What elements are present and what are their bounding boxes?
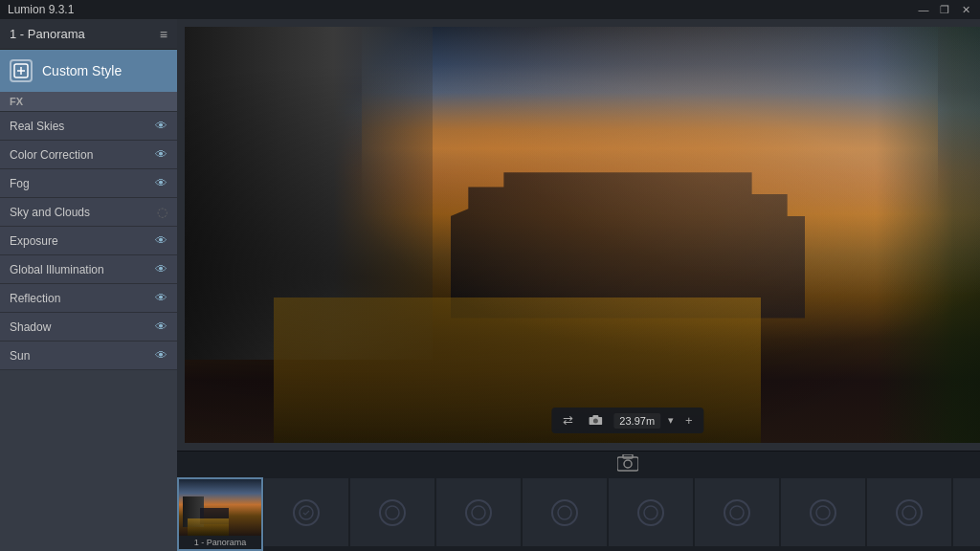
thumbnail-row: 1 - Panorama bbox=[177, 477, 980, 551]
empty-thumb-icon bbox=[810, 499, 836, 526]
thumbnail-label-empty bbox=[350, 546, 434, 550]
empty-thumb-icon bbox=[896, 499, 923, 526]
eye-icon[interactable]: 👁 bbox=[155, 262, 167, 276]
thumbnail-preview-empty bbox=[436, 478, 521, 546]
fx-item-name: Sun bbox=[10, 349, 30, 363]
panel-menu-icon[interactable]: ≡ bbox=[160, 27, 167, 42]
thumbnail-empty-10[interactable] bbox=[952, 477, 980, 551]
custom-style-label: Custom Style bbox=[42, 63, 122, 78]
titlebar: Lumion 9.3.1 — ❐ ✕ bbox=[0, 0, 980, 19]
fx-item-fog[interactable]: Fog 👁 bbox=[0, 169, 177, 198]
svg-point-10 bbox=[300, 506, 313, 519]
empty-thumb-icon bbox=[465, 499, 492, 526]
fx-item-name: Shadow bbox=[10, 320, 51, 334]
thumbnail-empty-9[interactable] bbox=[866, 477, 952, 551]
thumbnail-label-empty bbox=[695, 546, 779, 550]
eye-icon[interactable]: 👁 bbox=[155, 291, 167, 305]
thumbnail-preview bbox=[179, 479, 261, 536]
panel-header: 1 - Panorama ≡ bbox=[0, 19, 177, 50]
fx-item-real-skies[interactable]: Real Skies 👁 bbox=[0, 112, 177, 141]
fx-item-name: Fog bbox=[10, 177, 30, 190]
bottom-strip: U bbox=[177, 451, 980, 551]
thumbnail-empty-6[interactable] bbox=[608, 477, 694, 551]
fx-list: Real Skies 👁 Color Correction 👁 Fog 👁 Sk… bbox=[0, 112, 177, 370]
thumbnail-label-empty bbox=[867, 546, 951, 550]
empty-thumb-icon bbox=[293, 499, 320, 526]
center-area: ⇄ 23.97m ▾ + U bbox=[177, 19, 980, 551]
eye-icon[interactable]: 👁 bbox=[155, 119, 167, 133]
fx-label: FX bbox=[0, 92, 177, 112]
fx-item-shadow[interactable]: Shadow 👁 bbox=[0, 313, 177, 342]
thumbnail-empty-5[interactable] bbox=[522, 477, 608, 551]
thumbnail-empty-4[interactable] bbox=[435, 477, 522, 551]
thumbnail-label-empty bbox=[523, 546, 607, 550]
custom-style-header[interactable]: Custom Style bbox=[0, 50, 177, 92]
thumbnail-preview-empty bbox=[264, 478, 348, 546]
fx-item-exposure[interactable]: Exposure 👁 bbox=[0, 227, 177, 255]
empty-thumb-icon bbox=[379, 499, 406, 526]
eye-off-icon[interactable]: ◌ bbox=[157, 205, 167, 219]
eye-icon[interactable]: 👁 bbox=[155, 348, 167, 363]
thumbnail-preview-empty bbox=[609, 478, 693, 546]
thumbnail-preview-empty bbox=[953, 478, 980, 546]
scene-overlay bbox=[185, 27, 980, 443]
minimize-button[interactable]: — bbox=[917, 4, 930, 16]
maximize-button[interactable]: ❐ bbox=[938, 4, 951, 16]
main-layout: 1 - Panorama ≡ Custom Style FX Real Skie… bbox=[0, 19, 980, 551]
distance-display: 23.97m bbox=[613, 413, 660, 429]
svg-point-13 bbox=[558, 506, 571, 519]
fx-item-reflection[interactable]: Reflection 👁 bbox=[0, 284, 177, 313]
svg-point-17 bbox=[902, 506, 916, 519]
custom-style-icon bbox=[10, 59, 33, 82]
thumbnail-label-empty bbox=[953, 546, 980, 550]
fx-item-name: Sky and Clouds bbox=[10, 206, 90, 219]
titlebar-controls: — ❐ ✕ bbox=[917, 4, 972, 16]
thumbnail-empty-2[interactable] bbox=[263, 477, 349, 551]
thumbnail-preview-empty bbox=[350, 478, 434, 546]
thumbnail-preview-empty bbox=[523, 478, 607, 546]
eye-icon[interactable]: 👁 bbox=[155, 320, 167, 334]
eye-icon[interactable]: 👁 bbox=[155, 233, 167, 248]
fx-item-sun[interactable]: Sun 👁 bbox=[0, 342, 177, 370]
empty-thumb-icon bbox=[724, 499, 750, 526]
thumbnail-active[interactable]: 1 - Panorama bbox=[177, 477, 263, 551]
thumbnail-label-empty bbox=[609, 546, 693, 550]
camera-row bbox=[177, 451, 980, 477]
svg-point-15 bbox=[730, 506, 744, 519]
left-panel: 1 - Panorama ≡ Custom Style FX Real Skie… bbox=[0, 19, 177, 551]
eye-icon[interactable]: 👁 bbox=[155, 176, 167, 190]
viewport-image bbox=[185, 27, 980, 443]
close-button[interactable]: ✕ bbox=[959, 4, 972, 16]
fx-item-name: Real Skies bbox=[10, 120, 64, 133]
fx-item-name: Color Correction bbox=[10, 148, 93, 162]
swap-view-button[interactable]: ⇄ bbox=[559, 411, 577, 430]
app-title: Lumion 9.3.1 bbox=[8, 3, 74, 16]
svg-point-14 bbox=[644, 506, 657, 519]
fx-item-name: Exposure bbox=[10, 234, 58, 248]
empty-thumb-icon bbox=[637, 499, 664, 526]
add-camera-button[interactable] bbox=[617, 454, 638, 475]
thumbnail-preview-empty bbox=[695, 478, 779, 546]
svg-rect-7 bbox=[617, 457, 638, 471]
thumbnail-label-empty bbox=[436, 546, 521, 550]
fx-item-global-illumination[interactable]: Global Illumination 👁 bbox=[0, 255, 177, 284]
fx-item-color-correction[interactable]: Color Correction 👁 bbox=[0, 141, 177, 169]
svg-point-16 bbox=[816, 506, 830, 519]
fx-item-name: Global Illumination bbox=[10, 263, 104, 276]
thumbnail-empty-7[interactable] bbox=[694, 477, 780, 551]
eye-icon[interactable]: 👁 bbox=[155, 147, 167, 162]
svg-rect-6 bbox=[592, 415, 598, 418]
thumbnail-label-empty bbox=[264, 546, 348, 550]
thumbnail-empty-3[interactable] bbox=[349, 477, 435, 551]
empty-thumb-icon bbox=[551, 499, 578, 526]
fx-item-name: Reflection bbox=[10, 292, 60, 305]
thumbnail-empty-8[interactable] bbox=[780, 477, 866, 551]
plus-button[interactable]: + bbox=[681, 411, 697, 430]
viewport-toolbar: ⇄ 23.97m ▾ + bbox=[551, 408, 703, 433]
dropdown-button[interactable]: ▾ bbox=[668, 414, 674, 427]
thumbnail-label-empty bbox=[781, 546, 865, 550]
viewport[interactable]: ⇄ 23.97m ▾ + bbox=[185, 27, 980, 443]
svg-rect-9 bbox=[623, 454, 633, 458]
fx-item-sky-clouds[interactable]: Sky and Clouds ◌ bbox=[0, 198, 177, 227]
svg-point-5 bbox=[593, 419, 598, 424]
